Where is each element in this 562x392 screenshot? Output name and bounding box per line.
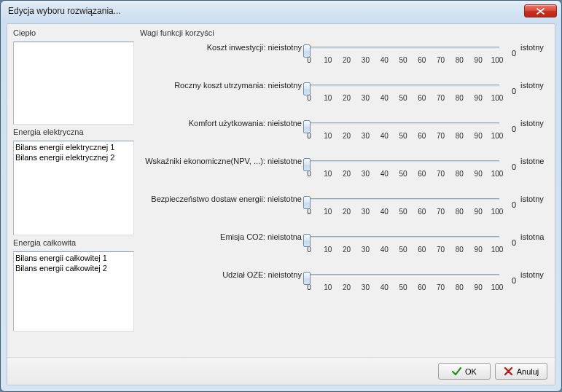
tick-label: 30 <box>359 132 372 140</box>
tick-label: 30 <box>359 56 372 64</box>
slider-label-left: Koszt inwestycji: nieistotny <box>140 43 306 52</box>
tick-label: 20 <box>340 246 354 254</box>
tick-label: 90 <box>472 246 485 254</box>
tick-label: 60 <box>415 170 429 178</box>
slider-row: Udział OZE: nieistotny010203040506070809… <box>140 270 549 295</box>
tick-label: 70 <box>434 132 448 140</box>
tick-label: 80 <box>453 283 466 291</box>
ok-button[interactable]: OK <box>438 363 491 380</box>
total-listbox[interactable]: Bilans energii całkowitej 1Bilans energi… <box>13 251 134 332</box>
weights-groupbox-label: Wagi funkcji korzyści <box>140 28 549 37</box>
titlebar[interactable]: Edycja wyboru rozwiązania... <box>1 1 561 21</box>
slider-row: Wskaźniki ekonomiczne(NPV, ...): nieisto… <box>140 157 549 181</box>
window-title: Edycja wyboru rozwiązania... <box>8 6 524 16</box>
list-item[interactable]: Bilans energii całkowitej 2 <box>15 263 132 273</box>
close-icon <box>536 8 545 15</box>
tick-label: 30 <box>359 170 372 178</box>
button-bar: OK Anuluj <box>7 357 555 385</box>
list-item[interactable]: Bilans energii elektrycznej 1 <box>15 142 132 152</box>
tick-label: 90 <box>472 283 485 291</box>
tick-label: 50 <box>397 283 410 291</box>
slider[interactable]: 0102030405060708090100 <box>306 195 500 216</box>
tick-label: 100 <box>491 94 504 102</box>
tick-label: 10 <box>321 56 335 64</box>
close-button[interactable] <box>524 4 557 17</box>
list-item[interactable]: Bilans energii całkowitej 1 <box>15 253 132 263</box>
elec-listbox[interactable]: Bilans energii elektrycznej 1Bilans ener… <box>13 141 134 235</box>
list-item[interactable]: Bilans energii elektrycznej 2 <box>15 152 132 162</box>
tick-label: 20 <box>340 56 354 64</box>
slider[interactable]: 0102030405060708090100 <box>306 81 500 102</box>
tick-label: 50 <box>397 94 410 102</box>
slider-label-left: Bezpieczeństwo dostaw energii: nieistotn… <box>140 195 306 203</box>
tick-label: 50 <box>397 170 410 178</box>
slider-label-right: istotny <box>516 81 549 90</box>
slider-row: Komfort użytkowania: nieistotne010203040… <box>140 119 549 144</box>
slider-label-left: Wskaźniki ekonomiczne(NPV, ...): nieisto… <box>140 157 306 165</box>
slider-value: 0 <box>504 232 516 247</box>
tick-label: 10 <box>321 132 335 140</box>
tick-label: 80 <box>453 208 466 216</box>
slider-thumb[interactable] <box>303 82 311 95</box>
slider[interactable]: 0102030405060708090100 <box>306 119 500 140</box>
tick-label: 100 <box>491 132 504 140</box>
tick-label: 40 <box>378 56 391 64</box>
tick-label: 40 <box>378 246 391 254</box>
slider-row: Emisja CO2: nieistotna010203040506070809… <box>140 232 549 257</box>
content: Ciepło Energia elektryczna Bilans energi… <box>7 24 555 357</box>
slider-row: Bezpieczeństwo dostaw energii: nieistotn… <box>140 195 549 219</box>
heat-label: Ciepło <box>13 28 134 37</box>
tick-label: 10 <box>321 94 335 102</box>
slider-thumb[interactable] <box>303 196 311 209</box>
total-label: Energia całkowita <box>13 238 134 247</box>
tick-label: 80 <box>453 246 466 254</box>
tick-label: 40 <box>378 170 391 178</box>
slider[interactable]: 0102030405060708090100 <box>306 43 500 64</box>
cancel-button[interactable]: Anuluj <box>495 363 547 380</box>
slider-thumb[interactable] <box>303 272 311 285</box>
slider[interactable]: 0102030405060708090100 <box>306 232 500 254</box>
slider-label-right: istotny <box>516 270 549 279</box>
tick-label: 10 <box>321 170 335 178</box>
tick-label: 60 <box>415 283 429 291</box>
slider-thumb[interactable] <box>303 234 311 247</box>
tick-label: 30 <box>359 283 372 291</box>
tick-label: 40 <box>378 132 391 140</box>
slider[interactable]: 0102030405060708090100 <box>306 270 500 291</box>
slider-label-right: istotny <box>516 43 549 52</box>
heat-listbox[interactable] <box>13 42 134 125</box>
tick-label: 50 <box>397 56 410 64</box>
tick-label: 90 <box>472 94 485 102</box>
tick-label: 20 <box>340 132 354 140</box>
tick-label: 60 <box>415 56 429 64</box>
tick-label: 90 <box>472 170 485 178</box>
slider-label-left: Emisja CO2: nieistotna <box>140 232 306 241</box>
slider-value: 0 <box>504 81 516 95</box>
tick-label: 90 <box>472 56 485 64</box>
tick-label: 70 <box>434 94 448 102</box>
slider-label-left: Roczny koszt utrzymania: nieistotny <box>140 81 306 90</box>
tick-label: 30 <box>359 246 372 254</box>
tick-label: 50 <box>397 208 410 216</box>
slider[interactable]: 0102030405060708090100 <box>306 157 500 178</box>
tick-label: 30 <box>359 208 372 216</box>
tick-label: 90 <box>472 208 485 216</box>
right-column: Wagi funkcji korzyści Koszt inwestycji: … <box>140 28 549 354</box>
tick-label: 40 <box>378 94 391 102</box>
slider-thumb[interactable] <box>303 44 311 58</box>
tick-label: 100 <box>491 246 504 254</box>
tick-label: 70 <box>434 170 448 178</box>
slider-thumb[interactable] <box>303 120 311 133</box>
cancel-button-label: Anuluj <box>517 367 539 376</box>
tick-label: 60 <box>415 208 429 216</box>
slider-value: 0 <box>504 119 516 133</box>
slider-value: 0 <box>504 195 516 209</box>
slider-value: 0 <box>504 270 516 285</box>
tick-label: 80 <box>453 132 466 140</box>
slider-thumb[interactable] <box>303 158 311 171</box>
tick-label: 100 <box>491 208 504 216</box>
cancel-icon <box>504 366 513 376</box>
ok-button-label: OK <box>465 367 477 376</box>
tick-label: 20 <box>340 283 354 291</box>
tick-label: 70 <box>434 246 448 254</box>
